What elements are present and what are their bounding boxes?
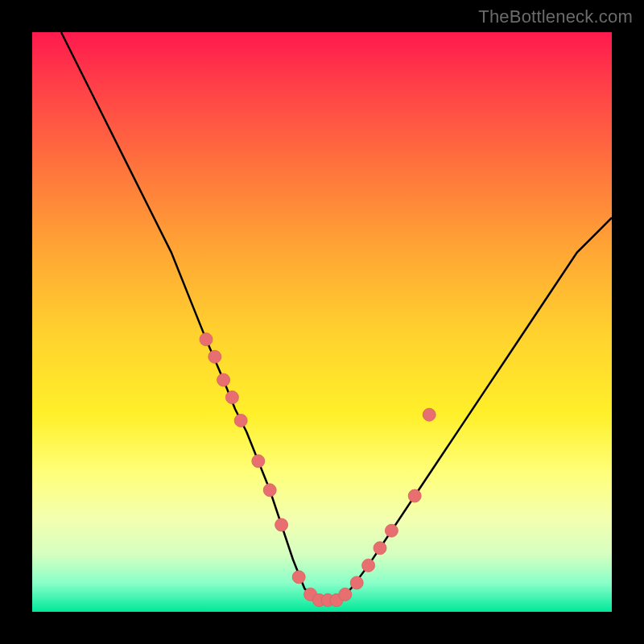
marker-group [200, 333, 436, 607]
curve-marker [200, 333, 213, 346]
curve-marker [234, 414, 247, 427]
curve-marker [252, 455, 265, 468]
plot-area [32, 32, 612, 612]
curve-svg [32, 32, 612, 612]
curve-marker [275, 518, 288, 531]
curve-marker [208, 350, 221, 363]
curve-marker [225, 391, 238, 404]
curve-marker [362, 559, 375, 572]
watermark-label: TheBottleneck.com [478, 6, 633, 27]
bottleneck-curve [61, 32, 612, 601]
curve-marker [385, 524, 398, 537]
curve-marker [423, 408, 436, 421]
curve-marker [339, 588, 352, 601]
curve-marker [217, 374, 230, 386]
curve-marker [263, 484, 276, 497]
curve-marker [292, 571, 305, 584]
curve-marker [374, 542, 386, 555]
chart-frame: TheBottleneck.com [0, 0, 644, 644]
curve-marker [408, 489, 421, 502]
curve-marker [350, 576, 363, 589]
